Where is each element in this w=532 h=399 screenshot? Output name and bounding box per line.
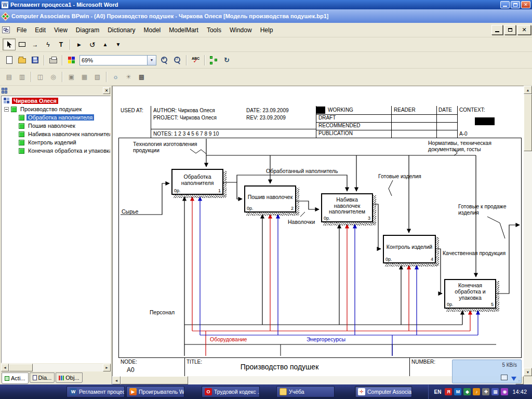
child-close-button[interactable]: ✕	[517, 25, 531, 35]
arrow-label-finished[interactable]: Готовые изделия	[378, 173, 421, 179]
print-button[interactable]	[47, 54, 60, 66]
tray-icon-2[interactable]: M	[454, 388, 461, 395]
taskbar-button-browser[interactable]: O Трудовой кодекс ...	[202, 386, 260, 397]
sibling-diagram-button[interactable]: ↺	[86, 38, 99, 50]
menu-edit[interactable]: Edit	[31, 24, 50, 36]
tree-activity-row[interactable]: Конечная обработка и упаковка	[2, 147, 110, 155]
activity-box-5[interactable]: Конечная обработка и упаковка 0р. 5	[444, 279, 496, 309]
options-button[interactable]: ▩	[135, 71, 148, 83]
color-settings-button[interactable]	[65, 54, 78, 66]
zoom-area-button[interactable]	[171, 54, 184, 66]
menu-help[interactable]: Help	[256, 24, 277, 36]
tree-activity-row[interactable]: Контроль изделий	[2, 138, 110, 147]
explorer-close-button[interactable]: ✕	[103, 87, 110, 94]
arrow-label-equipment[interactable]: Оборудование	[210, 336, 247, 342]
word-minimize-button[interactable]	[500, 1, 510, 8]
tree-model-label[interactable]: Чиркова Олеся	[12, 98, 58, 104]
tree-activity-label-3[interactable]: Набивка наволочек наполнителем	[26, 131, 110, 137]
model-explorer-button[interactable]	[207, 54, 220, 66]
lock-button[interactable]: ◫	[34, 71, 47, 83]
zoom-in-button[interactable]: +	[158, 54, 171, 66]
diagram-canvas[interactable]: USED AT: AUTHOR: Чиркова Олеся PROJECT: …	[112, 86, 524, 376]
diagram-vertical-scrollbar[interactable]: ▲ ▼	[524, 86, 532, 376]
save-button[interactable]	[29, 54, 42, 66]
modelmart-button-1[interactable]: ▤	[3, 71, 16, 83]
arrow-label-processed[interactable]: Обработанный наполнитель	[266, 168, 338, 174]
tree-activity-label-5[interactable]: Конечная обработка и упаковка	[26, 148, 110, 154]
tab-diagrams[interactable]: Dia...	[30, 373, 55, 383]
new-file-button[interactable]	[3, 54, 16, 66]
tab-activities[interactable]: Acti...	[2, 373, 29, 384]
arrow-label-pillowcases[interactable]: Наволочки	[288, 219, 315, 225]
arrow-label-energy[interactable]: Энергоресурсы	[307, 336, 345, 342]
child-restore-button[interactable]	[504, 25, 516, 35]
menu-model[interactable]: Model	[140, 24, 165, 36]
menu-tools[interactable]: Tools	[203, 24, 225, 36]
tree-activity-label-4[interactable]: Контроль изделий	[26, 139, 78, 145]
word-restore-button[interactable]	[511, 1, 520, 8]
language-indicator[interactable]: EN	[433, 389, 443, 395]
child-minimize-button[interactable]	[491, 25, 503, 35]
user-button[interactable]: ☼	[109, 71, 122, 83]
tree-activity-row[interactable]: Обработка наполнителя	[2, 113, 110, 122]
network-speed-popup[interactable]: 5 КВ/s	[452, 360, 522, 383]
arrow-label-technology[interactable]: Технология изготовления продукции	[133, 141, 211, 154]
activity-box-1[interactable]: Обработка наполнителя 0р. 1	[171, 169, 223, 195]
tray-icon-4[interactable]: ♪	[473, 388, 480, 395]
menu-modelmart[interactable]: ModelMart	[165, 24, 203, 36]
arrow-tool-button[interactable]: →	[29, 38, 42, 50]
zoom-combo-input[interactable]	[80, 56, 147, 65]
menu-diagram[interactable]: Diagram	[72, 24, 103, 36]
tree-root-activity-row[interactable]: Производство подушек	[2, 105, 110, 113]
arrow-label-quality[interactable]: Качественная продукция	[443, 250, 506, 256]
activity-box-2[interactable]: Пошив наволочек 0р. 2	[244, 185, 296, 212]
scrollbar-thumb[interactable]	[9, 364, 33, 371]
tray-icon-7[interactable]: ◉	[501, 388, 508, 395]
scroll-left-button[interactable]: ◄	[1, 364, 9, 371]
arrow-label-for-sale[interactable]: Готовые к продаже изделия	[458, 203, 516, 216]
tree-activity-label-2[interactable]: Пошив наволочек	[26, 123, 77, 129]
report-button[interactable]: ▧	[91, 71, 104, 83]
taskbar-button-media-player[interactable]: ▶ Проигрыватель Wi...	[126, 386, 184, 397]
tree-activity-row[interactable]: Набивка наволочек наполнителем	[2, 130, 110, 138]
tab-objects[interactable]: Obj...	[56, 373, 82, 383]
menu-view[interactable]: View	[50, 24, 72, 36]
arrow-label-raw[interactable]: Сырье	[122, 208, 138, 215]
scroll-left-button[interactable]: ◄	[112, 376, 121, 384]
activity-box-tool-button[interactable]	[16, 38, 29, 50]
squiggle-tool-button[interactable]: ϟ	[42, 38, 55, 50]
tray-icon-1[interactable]: Я	[445, 388, 452, 395]
modelmart-button-2[interactable]: ▥	[16, 71, 29, 83]
tree-activity-label-1[interactable]: Обработка наполнителя	[26, 114, 94, 121]
text-tool-button[interactable]: T	[55, 38, 68, 50]
menu-dictionary[interactable]: Dictionary	[103, 24, 139, 36]
go-to-parent-button[interactable]: ▲	[99, 38, 112, 50]
taskbar-button-word[interactable]: W Регламент процес...	[66, 386, 125, 397]
taskbar-button-folder[interactable]: Учёба	[276, 386, 335, 397]
pointer-tool-button[interactable]	[3, 38, 16, 50]
scroll-down-button[interactable]: ▼	[524, 368, 532, 376]
activity-box-4[interactable]: Контроль изделий 0р. 4	[383, 235, 436, 263]
model-sync-button[interactable]: ↻	[220, 54, 233, 66]
word-close-button[interactable]: ✕	[521, 1, 530, 8]
tray-icon-6[interactable]: ▦	[491, 388, 499, 395]
compare-button-2[interactable]: ▦	[78, 71, 91, 83]
scrollbar-thumb[interactable]	[524, 94, 532, 151]
taskbar-button-bpwin[interactable]: ✛ Computer Associate...	[355, 386, 412, 397]
security-button[interactable]: ☀	[122, 71, 135, 83]
diagram-window-icon[interactable]	[2, 26, 10, 33]
tray-icon-3[interactable]: ◆	[463, 388, 471, 395]
arrow-label-personnel[interactable]: Персонал	[150, 309, 175, 315]
zoom-dropdown-button[interactable]: ▼	[147, 56, 156, 65]
arrow-label-standards[interactable]: Нормативы, техническая документация, гос…	[428, 140, 511, 153]
diagram-play-button[interactable]: ▶	[73, 38, 86, 50]
activity-box-3[interactable]: Набивка наволочек наполнителем 0р. 3	[321, 193, 373, 222]
menu-window[interactable]: Window	[225, 24, 256, 36]
menu-file[interactable]: File	[12, 24, 31, 36]
tree-root-activity-label[interactable]: Производство подушек	[19, 106, 83, 112]
scroll-right-button[interactable]: ►	[103, 364, 111, 371]
collapse-icon[interactable]	[4, 107, 9, 112]
go-to-child-button[interactable]: ▼	[112, 38, 125, 50]
tray-icon-5[interactable]: ✚	[482, 388, 489, 395]
scrollbar-thumb[interactable]	[121, 376, 188, 384]
